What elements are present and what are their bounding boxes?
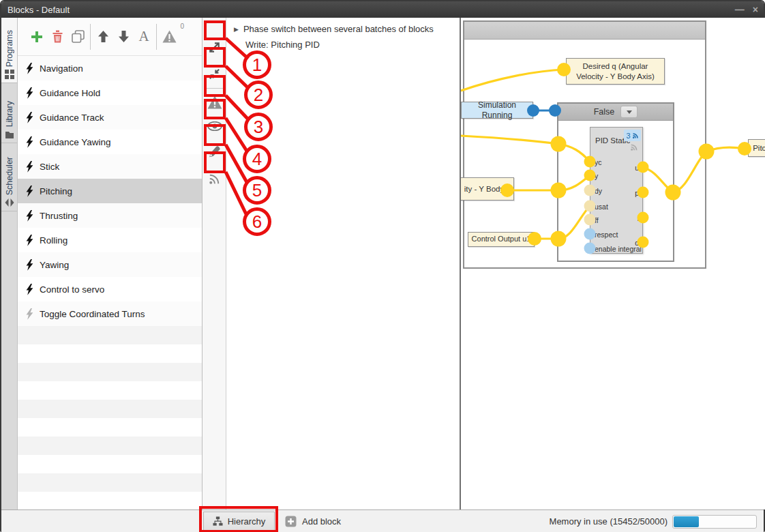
switch-value: False bbox=[594, 107, 615, 117]
expand-all-button[interactable] bbox=[205, 38, 224, 56]
switch-dropdown-button[interactable] bbox=[620, 106, 638, 118]
tab-scheduler[interactable]: Scheduler bbox=[1, 143, 17, 211]
move-down-button[interactable] bbox=[113, 25, 134, 48]
list-item[interactable]: Navigation bbox=[18, 56, 202, 80]
toolbar-separator bbox=[156, 24, 157, 50]
bolt-icon bbox=[26, 87, 33, 99]
close-button[interactable]: × bbox=[753, 1, 758, 18]
pid-input-ff[interactable]: ff bbox=[595, 216, 599, 224]
switch-header[interactable]: False bbox=[558, 104, 673, 121]
duplicate-program-button[interactable] bbox=[68, 25, 88, 48]
node-pitching-pid[interactable]: Pitch bbox=[748, 139, 765, 157]
pid-output-p[interactable]: p bbox=[635, 189, 639, 197]
trash-icon bbox=[52, 30, 63, 43]
signal-icon bbox=[630, 143, 638, 151]
pid-static-block[interactable]: PID Static 3 yc y dy usat ff respect ena… bbox=[590, 127, 643, 254]
bolt-icon bbox=[26, 136, 33, 148]
folder-icon bbox=[5, 130, 14, 139]
write-target: Write: Pitching PID bbox=[245, 40, 320, 50]
bolt-icon bbox=[26, 284, 33, 295]
blocks-window: Blocks - Default — × Programs Library Sc… bbox=[0, 0, 765, 532]
pid-broadcast-badge[interactable]: 3 bbox=[624, 130, 641, 141]
broadcast-button[interactable] bbox=[205, 170, 224, 188]
pid-input-usat[interactable]: usat bbox=[595, 203, 608, 211]
pencil-icon bbox=[208, 145, 221, 158]
tab-library-label: Library bbox=[5, 101, 14, 127]
warning-triangle-icon bbox=[207, 95, 222, 109]
arrow-down-icon bbox=[118, 31, 130, 42]
pid-input-dy[interactable]: dy bbox=[595, 187, 602, 195]
bolt-icon bbox=[26, 308, 33, 320]
add-program-button[interactable] bbox=[27, 25, 47, 48]
visibility-button[interactable] bbox=[205, 117, 224, 135]
list-item[interactable]: Guidance Yawing bbox=[18, 130, 202, 154]
rename-letter: A bbox=[138, 28, 149, 45]
warning-triangle-icon bbox=[162, 30, 177, 43]
hierarchy-button[interactable]: Hierarchy bbox=[203, 512, 275, 531]
bolt-icon bbox=[26, 112, 33, 123]
empty-list-area bbox=[18, 326, 202, 509]
signal-icon bbox=[632, 132, 639, 139]
node-simulation-running[interactable]: Simulation Running bbox=[461, 102, 533, 119]
pid-output-i[interactable]: i bbox=[638, 214, 639, 222]
edit-button[interactable] bbox=[205, 143, 224, 160]
program-list: Navigation Guidance Hold Guidance Track … bbox=[18, 56, 202, 326]
swap-arrows-icon bbox=[5, 198, 14, 207]
memory-usage-label: Memory in use (15452/50000) bbox=[550, 516, 668, 527]
bolt-icon bbox=[26, 210, 33, 222]
errors-button[interactable]: 0 bbox=[159, 25, 179, 48]
pid-output-d[interactable]: d bbox=[635, 239, 639, 247]
phase-container-header[interactable] bbox=[464, 22, 705, 40]
delete-program-button[interactable] bbox=[47, 25, 68, 48]
program-list-panel: A 0 Navigation Guidance Hold Guidance Tr… bbox=[18, 18, 202, 509]
move-up-button[interactable] bbox=[93, 25, 113, 48]
tab-scheduler-label: Scheduler bbox=[5, 157, 14, 195]
bolt-icon bbox=[26, 63, 33, 74]
error-count-badge: 0 bbox=[180, 23, 184, 30]
bolt-icon bbox=[26, 259, 33, 271]
list-item-disabled[interactable]: Toggle Coordinated Turns bbox=[18, 301, 202, 326]
plus-box-icon bbox=[285, 516, 297, 527]
collapse-icon bbox=[207, 67, 222, 81]
node-velocity-y-body[interactable]: ity - Y Body bbox=[460, 177, 514, 201]
description-panel: ▶ Phase switch between several batches o… bbox=[226, 18, 460, 509]
toolbar-separator bbox=[90, 24, 91, 50]
node-control-output-u1[interactable]: Control Output u1 bbox=[468, 232, 535, 247]
node-desired-q[interactable]: Desired q (Angular Velocity - Y Body Axi… bbox=[566, 58, 665, 85]
add-block-button[interactable]: Add block bbox=[285, 512, 341, 531]
side-tabstrip: Programs Library Scheduler bbox=[1, 18, 18, 509]
bottom-bar: Hierarchy Add block Memory in use (15452… bbox=[1, 509, 764, 532]
tab-library[interactable]: Library bbox=[1, 83, 17, 143]
list-item[interactable]: Guidance Hold bbox=[18, 80, 202, 105]
memory-progress-bar bbox=[672, 515, 757, 529]
eye-icon bbox=[207, 121, 222, 131]
list-item[interactable]: Control to servo bbox=[18, 277, 202, 301]
list-item-selected[interactable]: Pitching bbox=[18, 179, 202, 203]
list-item[interactable]: Yawing bbox=[18, 252, 202, 277]
hierarchy-icon bbox=[213, 516, 223, 527]
pid-input-respect[interactable]: respect bbox=[595, 231, 618, 239]
block-toolbar bbox=[202, 18, 226, 509]
tab-programs[interactable]: Programs bbox=[1, 18, 17, 83]
pid-input-y[interactable]: y bbox=[595, 172, 598, 180]
list-item[interactable]: Thrusting bbox=[18, 203, 202, 228]
title-bar: Blocks - Default — × bbox=[1, 1, 764, 18]
rename-button[interactable]: A bbox=[134, 25, 154, 48]
list-item[interactable]: Stick bbox=[18, 154, 202, 179]
minimize-button[interactable]: — bbox=[735, 1, 745, 18]
tab-programs-label: Programs bbox=[5, 30, 14, 67]
arrow-up-icon bbox=[97, 31, 109, 42]
copy-icon bbox=[72, 30, 85, 43]
pid-input-yc[interactable]: yc bbox=[595, 158, 602, 166]
window-title: Blocks - Default bbox=[7, 5, 70, 15]
signal-icon bbox=[208, 173, 221, 186]
expander-triangle-icon[interactable]: ▶ bbox=[234, 26, 239, 33]
memory-progress-fill bbox=[674, 516, 699, 527]
list-item[interactable]: Rolling bbox=[18, 228, 202, 252]
pid-output-u[interactable]: u bbox=[635, 164, 639, 172]
warnings-button[interactable] bbox=[205, 93, 224, 111]
bolt-icon bbox=[26, 186, 33, 197]
list-item[interactable]: Guidance Track bbox=[18, 105, 202, 130]
collapse-all-button[interactable] bbox=[205, 65, 224, 83]
block-diagram-canvas[interactable]: False Desired q (Angular Velocity - Y Bo… bbox=[460, 18, 765, 509]
